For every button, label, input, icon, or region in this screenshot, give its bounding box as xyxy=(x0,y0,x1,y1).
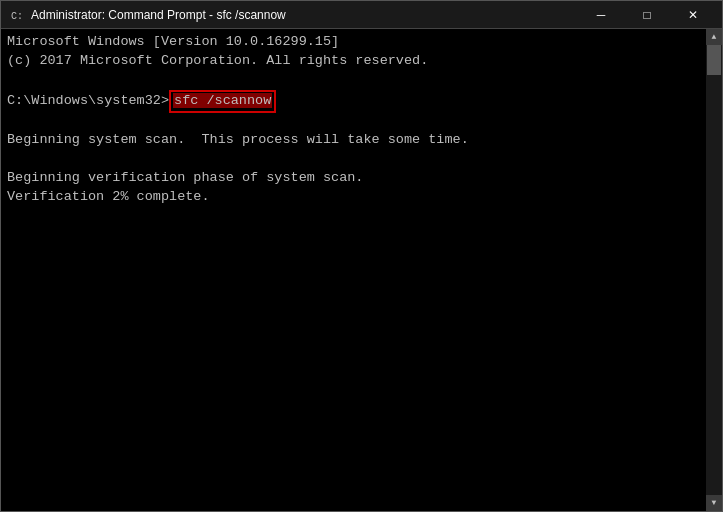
terminal-line-4: C:\Windows\system32> sfc /scannow xyxy=(7,90,698,113)
terminal-content: Microsoft Windows [Version 10.0.16299.15… xyxy=(7,33,716,207)
terminal-line-5 xyxy=(7,113,698,132)
minimize-button[interactable]: ─ xyxy=(578,1,624,29)
title-bar-controls: ─ □ ✕ xyxy=(578,1,716,29)
terminal-line-3 xyxy=(7,71,698,90)
terminal-line-9: Verification 2% complete. xyxy=(7,188,698,207)
scrollbar[interactable]: ▲ ▼ xyxy=(706,29,722,511)
scrollbar-track[interactable] xyxy=(706,45,722,495)
maximize-button[interactable]: □ xyxy=(624,1,670,29)
scrollbar-arrow-up[interactable]: ▲ xyxy=(706,29,722,45)
command-highlight-box: sfc /scannow xyxy=(169,90,276,113)
window: C: Administrator: Command Prompt - sfc /… xyxy=(0,0,723,512)
terminal-line-8: Beginning verification phase of system s… xyxy=(7,169,698,188)
svg-text:C:: C: xyxy=(11,11,23,22)
window-title: Administrator: Command Prompt - sfc /sca… xyxy=(31,8,286,22)
terminal-line-6: Beginning system scan. This process will… xyxy=(7,131,698,150)
title-bar: C: Administrator: Command Prompt - sfc /… xyxy=(1,1,722,29)
scrollbar-thumb[interactable] xyxy=(707,45,721,75)
close-button[interactable]: ✕ xyxy=(670,1,716,29)
terminal-line-2: (c) 2017 Microsoft Corporation. All righ… xyxy=(7,52,698,71)
terminal-prompt: C:\Windows\system32> xyxy=(7,92,169,111)
title-bar-left: C: Administrator: Command Prompt - sfc /… xyxy=(9,7,286,23)
terminal-body: Microsoft Windows [Version 10.0.16299.15… xyxy=(1,29,722,511)
terminal-command: sfc /scannow xyxy=(173,93,272,108)
cmd-icon: C: xyxy=(9,7,25,23)
terminal-line-1: Microsoft Windows [Version 10.0.16299.15… xyxy=(7,33,698,52)
terminal-line-7 xyxy=(7,150,698,169)
scrollbar-arrow-down[interactable]: ▼ xyxy=(706,495,722,511)
